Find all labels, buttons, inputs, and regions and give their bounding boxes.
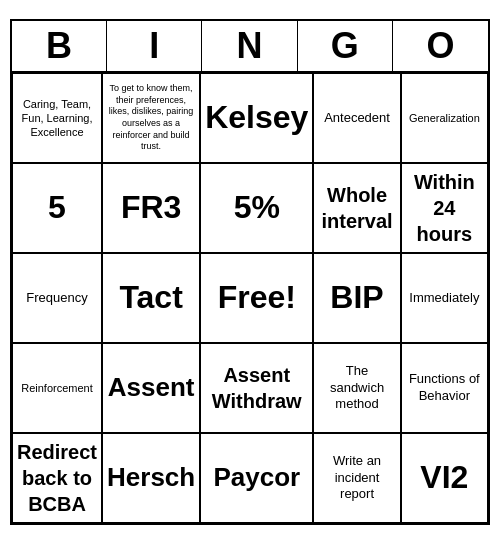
cell-21: Hersch [102,433,200,523]
cell-15: Reinforcement [12,343,102,433]
cell-10: Frequency [12,253,102,343]
cell-13: BIP [313,253,400,343]
cell-8: Whole interval [313,163,400,253]
cell-2: Kelsey [200,73,313,163]
cell-4: Generalization [401,73,488,163]
cell-9: Within 24 hours [401,163,488,253]
cell-24: VI2 [401,433,488,523]
cell-1: To get to know them, their preferences, … [102,73,200,163]
cell-23: Write an incident report [313,433,400,523]
cell-3: Antecedent [313,73,400,163]
bingo-card: B I N G O Caring, Team, Fun, Learning, E… [10,19,490,525]
header-g: G [298,21,393,71]
bingo-header: B I N G O [12,21,488,73]
cell-20: Redirect back to BCBA [12,433,102,523]
cell-5: 5 [12,163,102,253]
cell-14: Immediately [401,253,488,343]
header-b: B [12,21,107,71]
cell-18: The sandwich method [313,343,400,433]
cell-19: Functions of Behavior [401,343,488,433]
cell-12: Free! [200,253,313,343]
bingo-grid: Caring, Team, Fun, Learning, Excellence … [12,73,488,523]
header-o: O [393,21,488,71]
cell-17: Assent Withdraw [200,343,313,433]
cell-16: Assent [102,343,200,433]
cell-11: Tact [102,253,200,343]
cell-22: Paycor [200,433,313,523]
header-n: N [202,21,297,71]
cell-7: 5% [200,163,313,253]
cell-0: Caring, Team, Fun, Learning, Excellence [12,73,102,163]
header-i: I [107,21,202,71]
cell-6: FR3 [102,163,200,253]
